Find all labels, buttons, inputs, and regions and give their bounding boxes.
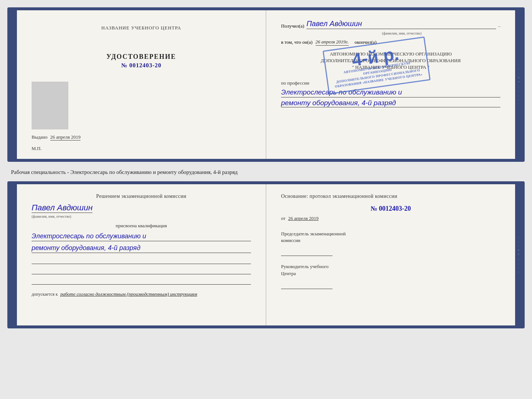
dash-after-name: – xyxy=(498,24,500,29)
strip-b-dash-1: – xyxy=(517,237,520,238)
qualification-line2: ремонту оборудования, 4-й разряд xyxy=(32,243,251,253)
bottom-name-subtitle: (фамилия, имя, отчество) xyxy=(32,214,251,218)
protocol-date-prefix: от xyxy=(281,215,285,221)
strip-b-a: а xyxy=(517,254,520,255)
top-cert-left-page: НАЗВАНИЕ УЧЕБНОГО ЦЕНТРА УДОСТОВЕРЕНИЕ №… xyxy=(17,10,266,159)
name-subtitle-top: (фамилия, имя, отчество) xyxy=(303,31,500,35)
mp-label: М.П. xyxy=(32,146,42,152)
strip-dash-2: – xyxy=(517,73,520,74)
allowed-label: допускается к работе согласно должностны… xyxy=(32,291,251,297)
strip-b-dash-3: – xyxy=(517,245,520,247)
blank-line-3 xyxy=(32,277,251,285)
chairman-title-line2: комиссии xyxy=(281,238,301,243)
director-signature-line xyxy=(281,280,332,289)
strip-dash-5: – xyxy=(517,99,520,101)
issued-label: Выдано xyxy=(32,134,47,140)
cert-number-value: 0012403-20 xyxy=(129,62,161,68)
qualification-line1: Электрослесарь по обслуживанию и xyxy=(32,232,251,241)
right-side-strip-bottom: – – – и а ← – – – xyxy=(515,184,522,325)
strip-dash-4: – xyxy=(517,95,520,97)
strip-b-i: и xyxy=(517,249,520,251)
protocol-number: № 0012403-20 xyxy=(281,205,500,213)
strip-a: а xyxy=(517,81,520,82)
strip-b-arrow: ← xyxy=(517,258,520,260)
chairman-block: Председатель экзаменационной комиссии xyxy=(281,231,500,256)
bottom-certificate-booklet: Решением экзаменационной комиссии Павел … xyxy=(7,181,525,328)
recipient-line: Получил(а) Павел Авдюшин – xyxy=(281,19,500,29)
strip-b-dash-4: – xyxy=(517,263,520,265)
bottom-cert-right-page: Основание: протокол экзаменационной коми… xyxy=(266,184,515,325)
strip-b-dash-2: – xyxy=(517,241,520,242)
commission-title: Решением экзаменационной комиссии xyxy=(32,193,251,199)
allowed-prefix: допускается к xyxy=(32,292,58,297)
protocol-date-value: 26 апреля 2019 xyxy=(288,215,319,221)
top-certificate-booklet: НАЗВАНИЕ УЧЕБНОГО ЦЕНТРА УДОСТОВЕРЕНИЕ №… xyxy=(7,7,525,162)
received-label: Получил(а) xyxy=(281,23,304,29)
issued-date: 26 апреля 2019 xyxy=(50,134,81,140)
issued-line: Выдано 26 апреля 2019 xyxy=(32,134,251,140)
left-spine-top xyxy=(10,10,17,159)
cert-type-label: УДОСТОВЕРЕНИЕ xyxy=(107,53,176,61)
strip-dash-3: – xyxy=(517,91,520,92)
top-cert-right-page: Получил(а) Павел Авдюшин – (фамилия, имя… xyxy=(266,10,515,159)
profession-value-line2: ремонту оборудования, 4-й разряд xyxy=(281,99,500,107)
photo-placeholder xyxy=(32,82,68,129)
assigned-label: присвоена квалификация xyxy=(32,223,251,229)
center-title-top: НАЗВАНИЕ УЧЕБНОГО ЦЕНТРА xyxy=(101,25,181,31)
left-spine-bottom xyxy=(10,184,17,325)
strip-dash-1: – xyxy=(517,68,520,70)
chairman-signature-line xyxy=(281,247,332,256)
allowed-value: работе согласно должностным (производств… xyxy=(60,291,197,297)
director-block: Руководитель учебного Центра xyxy=(281,263,500,289)
chairman-title: Председатель экзаменационной комиссии xyxy=(281,231,500,244)
director-title: Руководитель учебного Центра xyxy=(281,263,500,277)
director-title-line2: Центра xyxy=(281,271,296,276)
cert-number-display: № 0012403-20 xyxy=(121,62,161,69)
profession-value-line1: Электрослесарь по обслуживанию и xyxy=(281,88,500,98)
strip-b-dash-6: – xyxy=(517,272,520,273)
page-container: НАЗВАНИЕ УЧЕБНОГО ЦЕНТРА УДОСТОВЕРЕНИЕ №… xyxy=(7,7,525,328)
bottom-person-name-wrapper: Павел Авдюшин xyxy=(32,203,251,214)
bottom-person-name: Павел Авдюшин xyxy=(32,203,93,213)
basis-title: Основание: протокол экзаменационной коми… xyxy=(281,193,500,199)
blank-line-1 xyxy=(32,257,251,264)
strip-i: и xyxy=(517,77,520,78)
date-prefix: в том, что он(а) xyxy=(281,39,313,45)
chairman-title-line1: Председатель экзаменационной xyxy=(281,231,346,236)
right-side-strip-top: – – и а ← – – – xyxy=(515,10,522,159)
date-value: 26 апреля 2019г. xyxy=(316,39,349,46)
strip-b-dash-5: – xyxy=(517,267,520,269)
cert-number-label: № xyxy=(121,62,127,68)
recipient-name: Павел Авдюшин xyxy=(306,19,496,29)
director-title-line1: Руководитель учебного xyxy=(281,264,328,269)
protocol-date: от 26 апреля 2019 xyxy=(281,215,500,221)
strip-arrow: ← xyxy=(517,85,520,88)
blank-line-2 xyxy=(32,267,251,274)
between-specialty-label: Рабочая специальность - Электрослесарь п… xyxy=(7,165,525,178)
bottom-cert-left-page: Решением экзаменационной комиссии Павел … xyxy=(17,184,266,325)
